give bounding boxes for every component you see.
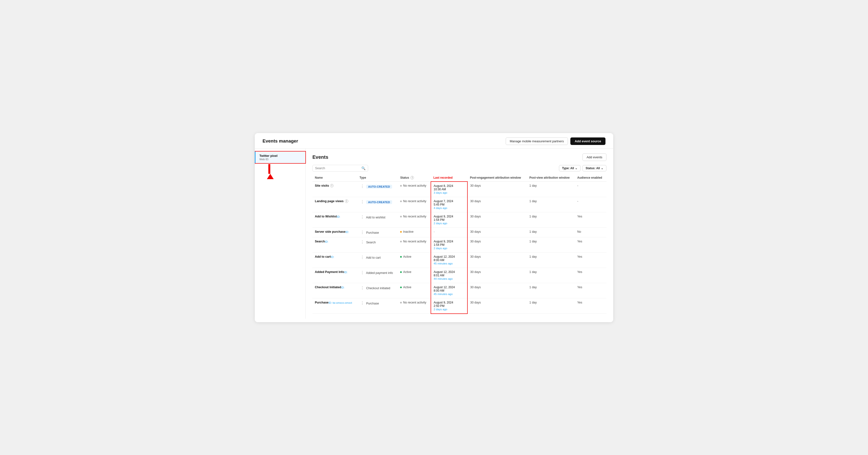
cell-status: Active: [398, 283, 431, 298]
cell-post-engagement: 30 days: [467, 197, 527, 212]
search-input[interactable]: [315, 166, 361, 170]
table-wrapper: Name Type Status i Last recorded Post-en…: [312, 174, 607, 314]
cell-last-recorded: August 7, 20245:45 PM4 days ago: [431, 197, 467, 212]
last-recorded-ago: 44 minutes ago: [434, 277, 453, 280]
three-dot-menu[interactable]: ⋮: [360, 240, 365, 244]
event-name-text: Add to Wishlist: [315, 215, 337, 218]
audience-value: Yes: [577, 255, 582, 258]
events-title: Events: [312, 154, 329, 160]
sidebar: Twitter pixel Web ID:: [255, 149, 306, 319]
table-row: Add to WishlistID:⋮ Add to wishlistNo re…: [312, 212, 607, 227]
auto-created-badge: AUTO-CREATED: [366, 185, 392, 189]
events-header: Events Add events: [312, 153, 607, 161]
cell-last-recorded: August 12, 20248:00 AM45 minutes ago: [431, 252, 467, 267]
cell-audience: -: [575, 181, 607, 197]
event-info-icon[interactable]: i: [345, 199, 348, 203]
three-dot-menu[interactable]: ⋮: [360, 215, 365, 219]
cell-audience: Yes: [575, 237, 607, 252]
search-box[interactable]: 🔍: [312, 165, 368, 172]
cell-audience: Yes: [575, 283, 607, 298]
arrow-annotation: [255, 164, 305, 179]
post-view-value: 1 day: [529, 230, 537, 233]
status-info-icon[interactable]: i: [410, 176, 414, 179]
cell-status: Inactive: [398, 227, 431, 237]
audience-value: Yes: [577, 301, 582, 304]
top-bar-actions: Manage mobile measurement partners Add e…: [506, 138, 606, 145]
status-filter-button[interactable]: Status: All ⌄: [583, 165, 607, 171]
table-row: Landing page viewsi⋮ AUTO-CREATEDNo rece…: [312, 197, 607, 212]
event-name-text: Purchase: [315, 301, 329, 304]
type-filter-button[interactable]: Type: All ⌄: [559, 165, 581, 171]
cell-status: No recent activity: [398, 298, 431, 314]
cell-post-view: 1 day: [527, 227, 575, 237]
cell-post-view: 1 day: [527, 252, 575, 267]
app-title: Events manager: [262, 138, 298, 144]
last-recorded-date: August 12, 20248:00 AM45 minutes ago: [434, 255, 465, 265]
cell-post-engagement: 30 days: [467, 267, 527, 283]
status-text: No recent activity: [403, 240, 426, 243]
three-dot-menu[interactable]: ⋮: [360, 271, 365, 275]
status-text: Inactive: [403, 230, 413, 233]
post-view-value: 1 day: [529, 255, 537, 258]
add-events-button[interactable]: Add events: [583, 153, 607, 161]
status-filter-label: Status: All: [586, 167, 600, 170]
cell-last-recorded: August 12, 20248:01 AM44 minutes ago: [431, 267, 467, 283]
three-dot-menu[interactable]: ⋮: [360, 286, 365, 290]
type-filter-label: Type: All: [562, 167, 574, 170]
post-view-value: 1 day: [529, 286, 537, 289]
post-view-value: 1 day: [529, 240, 537, 243]
status-dot: [400, 200, 402, 202]
event-name-text: Add to cart: [315, 255, 331, 258]
status-text: Active: [403, 286, 411, 289]
type-text: Purchase: [366, 231, 379, 234]
cell-post-engagement: 30 days: [467, 227, 527, 237]
event-id: ID: tw-omxco-omxct: [329, 301, 352, 304]
col-last-recorded: Last recorded: [431, 174, 467, 181]
manage-partners-button[interactable]: Manage mobile measurement partners: [506, 138, 568, 145]
add-event-source-button[interactable]: Add event source: [570, 138, 606, 145]
events-table: Name Type Status i Last recorded Post-en…: [312, 174, 607, 314]
cell-name: PurchaseID: tw-omxco-omxct: [312, 298, 357, 314]
auto-created-badge: AUTO-CREATED: [366, 200, 392, 204]
three-dot-menu[interactable]: ⋮: [360, 184, 365, 188]
cell-name: Site visitsi: [312, 181, 357, 197]
cell-status: No recent activity: [398, 212, 431, 227]
cell-status: No recent activity: [398, 237, 431, 252]
event-name-text: Added Payment Info: [315, 270, 344, 274]
cell-type: ⋮ Checkout initiated: [357, 283, 398, 298]
table-row: Added Payment InfoID:⋮ Added payment inf…: [312, 267, 607, 283]
three-dot-menu[interactable]: ⋮: [360, 200, 365, 204]
audience-value: Yes: [577, 286, 582, 289]
last-recorded-dash: -: [434, 230, 434, 233]
three-dot-menu[interactable]: ⋮: [360, 230, 365, 234]
type-text: Add to wishlist: [366, 216, 385, 219]
table-header: Name Type Status i Last recorded Post-en…: [312, 174, 607, 181]
cell-audience: No: [575, 227, 607, 237]
cell-type: ⋮ AUTO-CREATED: [357, 181, 398, 197]
event-name-text: Site visitsi: [315, 184, 334, 188]
cell-last-recorded: August 12, 20248:00 AM45 minutes ago: [431, 283, 467, 298]
last-recorded-ago: 2 days ago: [434, 247, 447, 250]
arrow-up: [267, 174, 274, 179]
post-engagement-value: 30 days: [470, 230, 481, 233]
sidebar-item-title: Twitter pixel: [259, 154, 302, 158]
status-dot: [400, 287, 402, 288]
type-text: Checkout initiated: [366, 287, 390, 290]
cell-type: ⋮ Purchase: [357, 298, 398, 314]
three-dot-menu[interactable]: ⋮: [360, 255, 365, 259]
table-row: Checkout InitiatedID:⋮ Checkout initiate…: [312, 283, 607, 298]
status-dot: [400, 231, 402, 233]
event-info-icon[interactable]: i: [330, 184, 334, 188]
sidebar-item-twitter-pixel[interactable]: Twitter pixel Web ID:: [255, 151, 305, 163]
table-row: SearchID:⋮ SearchNo recent activityAugus…: [312, 237, 607, 252]
post-engagement-value: 30 days: [470, 255, 481, 258]
cell-last-recorded: -: [431, 227, 467, 237]
last-recorded-ago: 4 days ago: [434, 206, 447, 209]
event-id: ID:: [341, 286, 344, 289]
cell-post-engagement: 30 days: [467, 252, 527, 267]
cell-status: No recent activity: [398, 181, 431, 197]
cell-audience: Yes: [575, 212, 607, 227]
three-dot-menu[interactable]: ⋮: [360, 301, 365, 305]
last-recorded-ago: 2 days ago: [434, 222, 447, 225]
cell-post-view: 1 day: [527, 267, 575, 283]
